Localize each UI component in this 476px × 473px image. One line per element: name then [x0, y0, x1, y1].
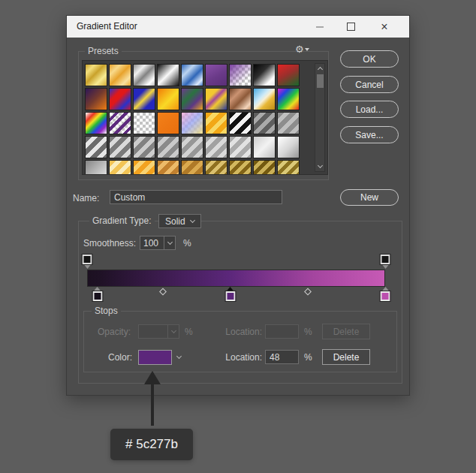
- preset-swatch-fill: [230, 161, 251, 175]
- delete-color-stop-button[interactable]: Delete: [322, 349, 370, 365]
- preset-swatch-fill: [278, 137, 299, 158]
- opacity-location-label: Location:: [223, 327, 262, 337]
- opacity-stop-square: [83, 255, 92, 264]
- smoothness-dropdown-button[interactable]: [164, 236, 175, 249]
- preset-swatch-purple-green-gold[interactable]: [181, 88, 203, 110]
- save-button[interactable]: Save...: [340, 126, 399, 143]
- smoothness-combo[interactable]: 100: [140, 236, 176, 250]
- preset-swatch-olive-gold-stripes-1[interactable]: [205, 160, 227, 175]
- color-stop-0[interactable]: [92, 287, 102, 301]
- preset-swatch-fill: [182, 113, 203, 134]
- preset-swatch-blue-stripes[interactable]: [181, 64, 203, 86]
- preset-swatch-fill: [110, 137, 131, 158]
- preset-swatch-transparent[interactable]: [133, 112, 155, 134]
- gradient-type-dropdown[interactable]: Solid: [158, 214, 201, 228]
- preset-swatch-fill: [134, 65, 155, 86]
- preset-swatch-red-blue[interactable]: [109, 88, 131, 110]
- stops-label: Stops: [92, 306, 121, 316]
- preset-swatch-fill: [86, 161, 107, 175]
- preset-swatch-olive-gold-stripes-2[interactable]: [229, 160, 252, 175]
- preset-swatch-fill: [134, 161, 155, 175]
- preset-swatch-pastel-transparent[interactable]: [181, 112, 203, 134]
- gradient-bar[interactable]: [87, 270, 385, 287]
- opacity-stop-1[interactable]: [381, 255, 390, 269]
- color-stop-1[interactable]: [225, 287, 235, 301]
- preset-swatch-red-to-green[interactable]: [277, 64, 300, 86]
- desktop-background: Gradient Editor × Presets ⚙: [0, 0, 476, 473]
- preset-swatch-gold-diagonal-stripes[interactable]: [205, 112, 227, 134]
- presets-scrollbar[interactable]: [315, 63, 325, 172]
- preset-swatch-fill: [254, 65, 275, 86]
- preset-swatch-blue-to-gold[interactable]: [253, 88, 276, 110]
- scrollbar-thumb[interactable]: [317, 74, 324, 88]
- minimize-button[interactable]: [307, 16, 333, 38]
- load-button[interactable]: Load...: [340, 101, 399, 118]
- preset-swatch-copper-stripes[interactable]: [157, 160, 179, 175]
- preset-swatch-fill: [278, 89, 299, 110]
- name-input[interactable]: [110, 190, 282, 204]
- smoothness-value: 100: [140, 236, 164, 249]
- preset-swatch-gold-stripes[interactable]: [85, 64, 107, 86]
- preset-swatch-light-silver[interactable]: [253, 136, 276, 158]
- preset-swatch-fill: [110, 161, 131, 175]
- preset-swatch-purple-to-transparent[interactable]: [229, 64, 252, 86]
- cancel-button[interactable]: Cancel: [340, 76, 399, 93]
- preset-swatch-fill: [110, 113, 131, 134]
- preset-swatch-silver-stripes-7[interactable]: [229, 136, 252, 158]
- preset-swatch-blue-yellow-blue[interactable]: [133, 88, 155, 110]
- preset-swatch-black-to-white[interactable]: [253, 64, 276, 86]
- color-stop-2[interactable]: [381, 287, 390, 301]
- preset-swatch-silver-stripes-1[interactable]: [85, 136, 107, 158]
- color-swatch-button[interactable]: [138, 350, 172, 365]
- preset-swatch-black-white-stripes[interactable]: [229, 112, 252, 134]
- scroll-up-icon[interactable]: [318, 67, 323, 72]
- opacity-stops-track[interactable]: [87, 255, 385, 270]
- preset-swatch-dark-gray-stripes[interactable]: [253, 112, 276, 134]
- gradient-type-value: Solid: [165, 216, 185, 227]
- preset-swatch-silver-gradient[interactable]: [85, 160, 107, 175]
- preset-swatch-bronze-stripes[interactable]: [181, 160, 203, 175]
- preset-swatch-purple-stripes-transparent[interactable]: [109, 112, 131, 134]
- color-stops-track[interactable]: [87, 287, 385, 303]
- preset-swatch-silver-stripes-5[interactable]: [181, 136, 203, 158]
- scroll-down-icon[interactable]: [318, 163, 323, 168]
- preset-swatch-silver-stripes-2[interactable]: [109, 136, 131, 158]
- preset-swatch-silver-stripes-6[interactable]: [205, 136, 227, 158]
- preset-swatch-black-white-black[interactable]: [157, 64, 179, 86]
- preset-swatch-fill: [86, 137, 107, 158]
- preset-swatch-gold-stripes-2[interactable]: [133, 160, 155, 175]
- preset-swatch-yellow-purple-blue[interactable]: [205, 88, 227, 110]
- maximize-button[interactable]: [338, 16, 363, 38]
- preset-swatch-olive-gold-stripes-3[interactable]: [253, 160, 276, 175]
- opacity-value: [139, 325, 167, 338]
- opacity-label: Opacity:: [89, 327, 131, 337]
- preset-swatch-fill: [134, 89, 155, 110]
- preset-swatch-silver-stripes-4[interactable]: [157, 136, 179, 158]
- ok-button[interactable]: OK: [340, 50, 399, 68]
- preset-swatch-violet-to-orange[interactable]: [85, 88, 107, 110]
- preset-swatch-rainbow-transparent[interactable]: [85, 112, 107, 134]
- preset-swatch-copper[interactable]: [229, 88, 252, 110]
- preset-swatch-pale-gold-stripes[interactable]: [109, 160, 131, 175]
- preset-swatch-silver-stripes-3[interactable]: [133, 136, 155, 158]
- preset-swatch-orange-to-yellow[interactable]: [157, 88, 179, 110]
- preset-swatch-gray-stripes[interactable]: [277, 112, 300, 134]
- preset-swatch-orange[interactable]: [157, 112, 179, 134]
- preset-swatch-rainbow[interactable]: [277, 88, 300, 110]
- midpoint-diamond-1[interactable]: [304, 288, 312, 296]
- close-button[interactable]: ×: [372, 16, 397, 38]
- color-location-input[interactable]: [265, 350, 299, 364]
- title-bar[interactable]: Gradient Editor ×: [67, 16, 409, 38]
- preset-swatch-amber-stripes[interactable]: [109, 64, 131, 86]
- preset-swatch-white-to-gray[interactable]: [277, 136, 300, 158]
- new-button[interactable]: New: [340, 189, 399, 206]
- opacity-stop-arrow-icon: [382, 265, 388, 269]
- preset-swatch-purple[interactable]: [205, 64, 227, 86]
- preset-swatch-olive-gold-stripes-4[interactable]: [277, 160, 300, 175]
- preset-swatch-fill: [182, 89, 203, 110]
- midpoint-diamond-0[interactable]: [159, 288, 167, 296]
- chevron-down-icon: [170, 328, 176, 333]
- preset-swatch-silver-stripes[interactable]: [133, 64, 155, 86]
- opacity-stop-0[interactable]: [83, 255, 92, 269]
- presets-menu-button[interactable]: ⚙: [295, 44, 313, 57]
